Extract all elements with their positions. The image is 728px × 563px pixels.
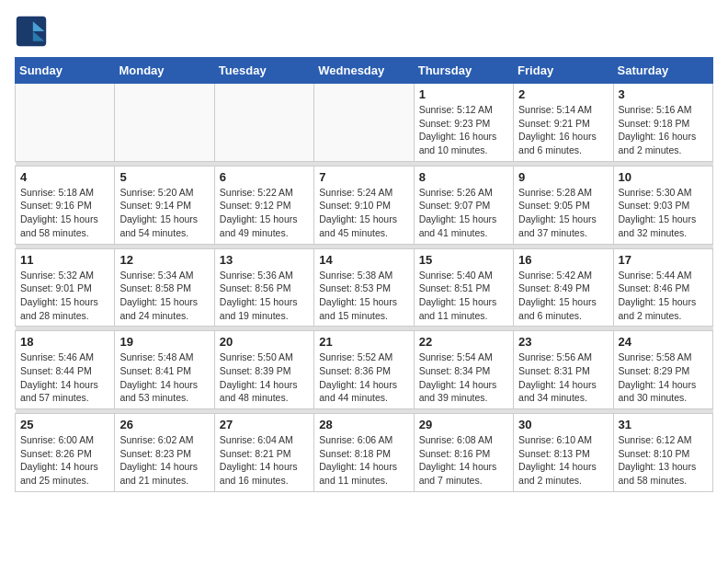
day-info: Sunrise: 5:48 AMSunset: 8:41 PMDaylight:… [119, 350, 209, 405]
day-number: 19 [119, 335, 209, 349]
day-info: Sunrise: 5:16 AMSunset: 9:18 PMDaylight:… [619, 103, 708, 157]
calendar-cell [16, 84, 115, 162]
calendar-cell: 10Sunrise: 5:30 AMSunset: 9:03 PMDayligh… [613, 166, 712, 244]
weekday-header: Saturday [613, 58, 712, 84]
day-info: Sunrise: 5:22 AMSunset: 9:12 PMDaylight:… [220, 186, 309, 240]
day-number: 30 [518, 418, 608, 431]
day-info: Sunrise: 5:32 AMSunset: 9:01 PMDaylight:… [20, 269, 109, 323]
day-number: 16 [518, 253, 608, 267]
day-info: Sunrise: 6:02 AMSunset: 8:23 PMDaylight:… [119, 433, 209, 488]
day-info: Sunrise: 5:12 AMSunset: 9:23 PMDaylight:… [419, 103, 508, 157]
calendar-cell: 30Sunrise: 6:10 AMSunset: 8:13 PMDayligh… [514, 414, 613, 492]
calendar-cell: 18Sunrise: 5:46 AMSunset: 8:44 PMDayligh… [16, 331, 115, 409]
weekday-header: Monday [115, 58, 214, 84]
day-info: Sunrise: 5:58 AMSunset: 8:29 PMDaylight:… [619, 350, 708, 405]
calendar-cell: 25Sunrise: 6:00 AMSunset: 8:26 PMDayligh… [16, 414, 115, 492]
weekday-header: Sunday [16, 58, 115, 84]
day-number: 4 [20, 170, 109, 184]
day-number: 18 [20, 335, 109, 349]
logo-icon [15, 15, 48, 48]
day-info: Sunrise: 6:10 AMSunset: 8:13 PMDaylight:… [518, 433, 608, 488]
day-info: Sunrise: 5:14 AMSunset: 9:21 PMDaylight:… [518, 103, 608, 157]
calendar-week-row: 18Sunrise: 5:46 AMSunset: 8:44 PMDayligh… [16, 331, 713, 409]
day-number: 3 [619, 87, 708, 101]
day-number: 8 [419, 170, 508, 184]
day-info: Sunrise: 5:24 AMSunset: 9:10 PMDaylight:… [319, 186, 408, 240]
day-info: Sunrise: 5:46 AMSunset: 8:44 PMDaylight:… [20, 350, 109, 405]
day-info: Sunrise: 5:20 AMSunset: 9:14 PMDaylight:… [119, 186, 209, 240]
day-number: 25 [20, 418, 109, 431]
day-number: 31 [619, 418, 708, 431]
day-number: 6 [220, 170, 309, 184]
day-number: 1 [419, 87, 508, 101]
day-number: 20 [220, 335, 309, 349]
calendar-week-row: 1Sunrise: 5:12 AMSunset: 9:23 PMDaylight… [16, 84, 713, 162]
day-info: Sunrise: 5:18 AMSunset: 9:16 PMDaylight:… [20, 186, 109, 240]
calendar-header-row: SundayMondayTuesdayWednesdayThursdayFrid… [16, 58, 713, 84]
day-info: Sunrise: 5:26 AMSunset: 9:07 PMDaylight:… [419, 186, 508, 240]
day-number: 27 [220, 418, 309, 431]
calendar-cell: 11Sunrise: 5:32 AMSunset: 9:01 PMDayligh… [16, 248, 115, 327]
day-info: Sunrise: 6:00 AMSunset: 8:26 PMDaylight:… [20, 433, 109, 488]
day-info: Sunrise: 6:08 AMSunset: 8:16 PMDaylight:… [419, 433, 508, 488]
day-info: Sunrise: 5:40 AMSunset: 8:51 PMDaylight:… [419, 269, 508, 323]
calendar-cell: 12Sunrise: 5:34 AMSunset: 8:58 PMDayligh… [115, 248, 214, 327]
calendar-cell: 1Sunrise: 5:12 AMSunset: 9:23 PMDaylight… [414, 84, 513, 162]
day-number: 24 [619, 335, 708, 349]
calendar-week-row: 11Sunrise: 5:32 AMSunset: 9:01 PMDayligh… [16, 248, 713, 327]
calendar-cell: 3Sunrise: 5:16 AMSunset: 9:18 PMDaylight… [613, 84, 712, 162]
day-info: Sunrise: 5:28 AMSunset: 9:05 PMDaylight:… [518, 186, 608, 240]
calendar-cell: 21Sunrise: 5:52 AMSunset: 8:36 PMDayligh… [314, 331, 414, 409]
calendar-cell: 27Sunrise: 6:04 AMSunset: 8:21 PMDayligh… [214, 414, 313, 492]
calendar-cell: 6Sunrise: 5:22 AMSunset: 9:12 PMDaylight… [214, 166, 313, 244]
logo [15, 15, 53, 48]
calendar-week-row: 25Sunrise: 6:00 AMSunset: 8:26 PMDayligh… [16, 414, 713, 492]
calendar-cell: 13Sunrise: 5:36 AMSunset: 8:56 PMDayligh… [214, 248, 313, 327]
calendar-cell: 22Sunrise: 5:54 AMSunset: 8:34 PMDayligh… [414, 331, 513, 409]
day-number: 13 [220, 253, 309, 267]
day-number: 11 [20, 253, 109, 267]
day-info: Sunrise: 6:06 AMSunset: 8:18 PMDaylight:… [319, 433, 408, 488]
day-number: 15 [419, 253, 508, 267]
day-info: Sunrise: 5:38 AMSunset: 8:53 PMDaylight:… [319, 269, 408, 323]
calendar-cell: 19Sunrise: 5:48 AMSunset: 8:41 PMDayligh… [115, 331, 214, 409]
calendar-cell: 31Sunrise: 6:12 AMSunset: 8:10 PMDayligh… [613, 414, 712, 492]
calendar-cell: 2Sunrise: 5:14 AMSunset: 9:21 PMDaylight… [514, 84, 613, 162]
day-number: 7 [319, 170, 408, 184]
day-number: 23 [518, 335, 608, 349]
day-info: Sunrise: 6:04 AMSunset: 8:21 PMDaylight:… [220, 433, 309, 488]
day-info: Sunrise: 5:30 AMSunset: 9:03 PMDaylight:… [619, 186, 708, 240]
calendar-cell: 16Sunrise: 5:42 AMSunset: 8:49 PMDayligh… [514, 248, 613, 327]
calendar: SundayMondayTuesdayWednesdayThursdayFrid… [15, 57, 713, 492]
day-number: 29 [419, 418, 508, 431]
day-number: 26 [119, 418, 209, 431]
day-info: Sunrise: 5:56 AMSunset: 8:31 PMDaylight:… [518, 350, 608, 405]
calendar-cell: 24Sunrise: 5:58 AMSunset: 8:29 PMDayligh… [613, 331, 712, 409]
day-number: 14 [319, 253, 408, 267]
day-info: Sunrise: 5:34 AMSunset: 8:58 PMDaylight:… [119, 269, 209, 323]
calendar-cell: 9Sunrise: 5:28 AMSunset: 9:05 PMDaylight… [514, 166, 613, 244]
day-number: 12 [119, 253, 209, 267]
day-info: Sunrise: 5:50 AMSunset: 8:39 PMDaylight:… [220, 350, 309, 405]
calendar-body: 1Sunrise: 5:12 AMSunset: 9:23 PMDaylight… [16, 84, 713, 492]
day-number: 2 [518, 87, 608, 101]
weekday-header: Friday [514, 58, 613, 84]
calendar-cell: 28Sunrise: 6:06 AMSunset: 8:18 PMDayligh… [314, 414, 414, 492]
day-info: Sunrise: 5:44 AMSunset: 8:46 PMDaylight:… [619, 269, 708, 323]
calendar-cell: 15Sunrise: 5:40 AMSunset: 8:51 PMDayligh… [414, 248, 513, 327]
calendar-week-row: 4Sunrise: 5:18 AMSunset: 9:16 PMDaylight… [16, 166, 713, 244]
calendar-cell: 8Sunrise: 5:26 AMSunset: 9:07 PMDaylight… [414, 166, 513, 244]
calendar-cell [115, 84, 214, 162]
weekday-header: Tuesday [214, 58, 313, 84]
calendar-cell: 20Sunrise: 5:50 AMSunset: 8:39 PMDayligh… [214, 331, 313, 409]
day-number: 22 [419, 335, 508, 349]
calendar-cell: 17Sunrise: 5:44 AMSunset: 8:46 PMDayligh… [613, 248, 712, 327]
day-info: Sunrise: 6:12 AMSunset: 8:10 PMDaylight:… [619, 433, 708, 488]
weekday-header: Wednesday [314, 58, 414, 84]
header [15, 15, 713, 48]
weekday-header: Thursday [414, 58, 513, 84]
calendar-cell: 7Sunrise: 5:24 AMSunset: 9:10 PMDaylight… [314, 166, 414, 244]
day-number: 9 [518, 170, 608, 184]
day-number: 17 [619, 253, 708, 267]
calendar-cell: 5Sunrise: 5:20 AMSunset: 9:14 PMDaylight… [115, 166, 214, 244]
